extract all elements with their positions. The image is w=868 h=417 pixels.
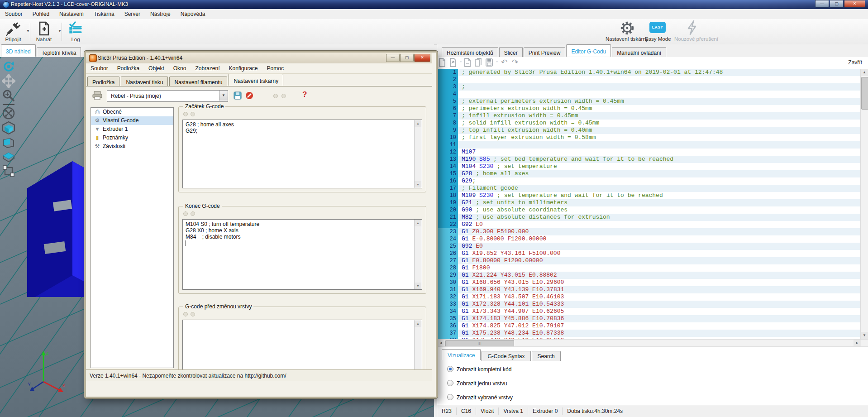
menu-pohled[interactable]: Pohled <box>28 9 54 17</box>
editor-line[interactable]: 18M109 S230 ; set temperature and wait f… <box>437 192 861 199</box>
upload-dropdown-arrow[interactable]: ▼ <box>58 29 62 33</box>
gcode-editor[interactable]: 1; generated by Slic3r Prusa Edition 1.4… <box>437 69 861 339</box>
dialog-minimize-button[interactable]: — <box>386 54 400 62</box>
dialog-close-button[interactable]: ✕ <box>414 54 430 62</box>
editor-line[interactable]: 13M190 S85 ; set bed temperature and wai… <box>437 156 861 163</box>
editor-line[interactable]: 14M104 S230 ; set temperature <box>437 163 861 170</box>
editor-line[interactable]: 32G1 X171.183 Y43.507 E10.46103 <box>437 293 861 301</box>
dialog-menu-soubor[interactable]: Soubor <box>86 63 113 72</box>
menu-nástroje[interactable]: Nástroje <box>145 9 176 17</box>
tree-item-Vlastní G-code[interactable]: ⚙Vlastní G-code <box>91 116 173 125</box>
connect-button[interactable]: Připojit <box>1 21 25 42</box>
dialog-title-bar[interactable]: Slic3r Prusa Edition - 1.40.1+win64 —▢✕ <box>86 53 432 64</box>
radio-selected[interactable] <box>447 366 453 372</box>
editor-line[interactable]: 9; top infill extrusion width = 0.40mm <box>437 127 861 134</box>
save-preset-icon[interactable] <box>234 91 242 101</box>
gcode-textarea[interactable]: ▲▼ <box>182 320 422 377</box>
connect-dropdown-arrow[interactable]: ▼ <box>26 29 30 33</box>
maximize-button[interactable]: ▢ <box>830 0 844 8</box>
radio-unselected[interactable] <box>447 380 453 386</box>
vertical-scroll-thumb[interactable] <box>861 77 868 110</box>
editor-line[interactable]: 30G1 X168.656 Y43.015 E10.29600 <box>437 279 861 286</box>
tab-Manuální ovládání[interactable]: Manuální ovládání <box>612 47 666 58</box>
dialog-menu-podložka[interactable]: Podložka <box>113 63 144 72</box>
editor-line[interactable]: 11 <box>437 141 861 149</box>
editor-line[interactable]: 8; solid infill extrusion width = 0.45mm <box>437 120 861 127</box>
scroll-left-arrow[interactable]: ◄ <box>437 340 444 346</box>
editor-line[interactable]: 5; external perimeters extrusion width =… <box>437 98 861 105</box>
log-button[interactable]: Log <box>63 21 88 42</box>
editor-line[interactable]: 2 <box>437 76 861 83</box>
editor-line[interactable]: 1; generated by Slic3r Prusa Edition 1.4… <box>437 69 861 76</box>
view-iso-icon[interactable] <box>2 121 15 134</box>
close-button[interactable]: ✕ <box>844 0 865 8</box>
dialog-tab-Podložka[interactable]: Podložka <box>87 77 119 87</box>
dialog-tab-Nastavení tisku[interactable]: Nastavení tisku <box>121 77 168 87</box>
combo-dropdown-arrow[interactable]: ▼ <box>219 91 228 101</box>
minimize-button[interactable]: — <box>815 0 829 8</box>
tree-item-Poznámky[interactable]: ▮Poznámky <box>91 134 173 142</box>
scroll-up-arrow[interactable]: ▲ <box>415 220 421 226</box>
editor-line[interactable]: 29G1 X21.224 Y43.015 E0.88802 <box>437 272 861 279</box>
editor-line[interactable]: 37G1 X175.238 Y48.234 E10.87338 <box>437 330 861 337</box>
editor-line[interactable]: 36G1 X174.825 Y47.012 E10.79107 <box>437 322 861 330</box>
radio-option[interactable]: Zobrazit jednu vrstvu <box>447 380 507 387</box>
dialog-tab-Nastavení filamentu[interactable]: Nastavení filamentu <box>169 77 227 87</box>
rotate-view-icon[interactable] <box>2 60 15 73</box>
zoom-view-icon[interactable] <box>2 89 15 102</box>
tab-3D náhled[interactable]: 3D náhled <box>1 44 36 57</box>
tab-Rozmístění objektů[interactable]: Rozmístění objektů <box>442 47 498 58</box>
editor-line[interactable]: 3; <box>437 83 861 91</box>
delete-preset-icon[interactable] <box>245 91 253 101</box>
tab-Search[interactable]: Search <box>532 351 561 361</box>
editor-line[interactable]: 28G1 F1800 <box>437 264 861 272</box>
menu-server[interactable]: Server <box>119 9 145 17</box>
editor-vertical-scrollbar[interactable]: ▲ ▼ <box>860 69 868 339</box>
editor-line[interactable]: 10; first layer extrusion width = 0.58mm <box>437 134 861 141</box>
horizontal-scroll-thumb[interactable]: ||| <box>445 340 514 347</box>
editor-line[interactable]: 19G21 ; set units to millimeters <box>437 199 861 206</box>
menu-nastavení[interactable]: Nastavení <box>54 9 89 17</box>
editor-line[interactable]: 31G1 X169.940 Y43.139 E10.37831 <box>437 286 861 293</box>
scroll-down-arrow[interactable]: ▼ <box>415 181 421 188</box>
tree-item-Obecné[interactable]: ⎙Obecné <box>91 108 173 116</box>
editor-line[interactable]: 35G1 X174.183 Y45.886 E10.70836 <box>437 315 861 322</box>
view-front-icon[interactable] <box>2 135 15 149</box>
menu-tiskárna[interactable]: Tiskárna <box>89 9 119 17</box>
dialog-menu-okno[interactable]: Okno <box>169 63 191 72</box>
editor-line[interactable]: 22G92 E0 <box>437 221 861 228</box>
editor-line[interactable]: 12M107 <box>437 149 861 156</box>
editor-line[interactable]: 20G90 ; use absolute coordinates <box>437 206 861 214</box>
tree-item-Závislosti[interactable]: ⚒Závislosti <box>91 142 173 151</box>
tree-item-Extruder 1[interactable]: ▼Extruder 1 <box>91 125 173 134</box>
editor-line[interactable]: 16G29; <box>437 177 861 185</box>
editor-line[interactable]: 25G92 E0 <box>437 243 861 250</box>
editor-line[interactable]: 34G1 X173.343 Y44.907 E10.62605 <box>437 308 861 315</box>
editor-line[interactable]: 24G1 E-0.80000 F1200.00000 <box>437 235 861 243</box>
dialog-maximize-button[interactable]: ▢ <box>400 54 414 62</box>
editor-close-label[interactable]: Zavřít <box>848 59 862 66</box>
save-file-icon[interactable] <box>485 58 494 67</box>
dialog-menu-konfigurace[interactable]: Konfigurace <box>224 63 262 72</box>
textarea-scrollbar[interactable]: ▲▼ <box>414 120 422 188</box>
import-file-icon[interactable] <box>449 58 458 67</box>
printer-preset-select[interactable]: Rebel - Prusa (moje) ▼ <box>107 90 228 102</box>
scroll-down-arrow[interactable]: ▼ <box>415 283 421 289</box>
menu-soubor[interactable]: Soubor <box>0 9 28 17</box>
dialog-menu-zobrazení[interactable]: Zobrazení <box>191 63 224 72</box>
copy-doc-icon[interactable] <box>474 58 483 67</box>
help-question-mark[interactable]: ? <box>302 90 307 99</box>
tab-Editor G-Codu[interactable]: Editor G-Codu <box>566 44 611 57</box>
editor-line[interactable]: 27G1 E0.80000 F1200.00000 <box>437 257 861 264</box>
scroll-up-arrow[interactable]: ▲ <box>415 120 421 127</box>
dialog-menu-objekt[interactable]: Objekt <box>144 63 169 72</box>
undo-icon[interactable]: ↶ <box>500 58 509 67</box>
textarea-scrollbar[interactable]: ▲▼ <box>414 320 422 376</box>
editor-horizontal-scrollbar[interactable]: ◄ ||| ► <box>437 339 868 347</box>
tab-Print Preview[interactable]: Print Preview <box>524 47 566 58</box>
new-doc-icon[interactable] <box>463 58 472 67</box>
tab-Teplotní křivka[interactable]: Teplotní křivka <box>37 47 81 58</box>
scroll-up-arrow[interactable]: ▲ <box>415 320 421 327</box>
tab-Slicer[interactable]: Slicer <box>499 47 523 58</box>
editor-line[interactable]: 21M82 ; use absolute distances for extru… <box>437 214 861 221</box>
